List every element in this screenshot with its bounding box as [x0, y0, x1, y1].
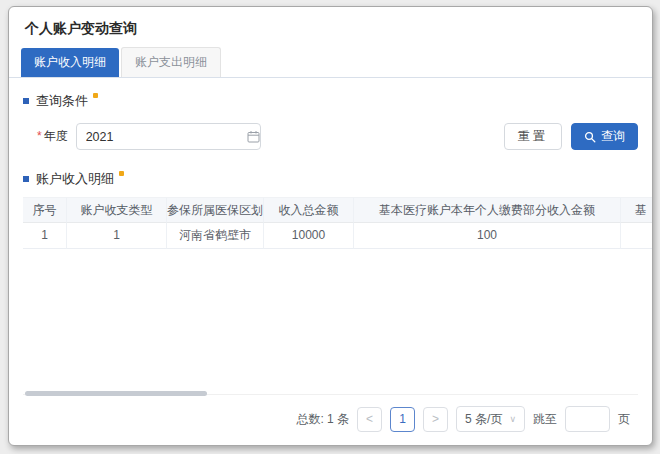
chevron-left-icon: < [366, 412, 373, 426]
pagination-bar: 总数: 1 条 < 1 > 5 条/页 ∨ 跳至 页 [23, 398, 652, 445]
cell-truncated [621, 223, 652, 249]
horizontal-scrollbar [23, 388, 638, 398]
column-header-insured-region: 参保所属医保区划 [167, 197, 264, 223]
page-unit-label: 页 [618, 411, 630, 428]
table-empty-area [23, 249, 652, 388]
tab-content: 查询条件 *年度 重置 [9, 78, 652, 445]
calendar-icon[interactable] [247, 130, 260, 143]
column-header-personal-contribution: 基本医疗账户本年个人缴费部分收入金额 [354, 197, 621, 223]
income-detail-table: 序号 账户收支类型 参保所属医保区划 收入总金额 基本医疗账户本年个人缴费部分收… [23, 197, 652, 249]
reset-button[interactable]: 重置 [504, 123, 562, 150]
section-marker-icon [23, 176, 29, 182]
total-count-text: 总数: 1 条 [296, 411, 349, 428]
income-detail-section-title: 账户收入明细 [36, 170, 114, 188]
tab-bar: 账户收入明细 账户支出明细 [9, 47, 652, 78]
column-header-account-type: 账户收支类型 [67, 197, 167, 223]
section-flag-icon [119, 171, 124, 176]
table-row: 1 1 河南省鹤壁市 10000 100 [23, 223, 652, 249]
tab-account-income[interactable]: 账户收入明细 [21, 48, 119, 77]
page-size-select[interactable]: 5 条/页 ∨ [456, 406, 525, 432]
page-number-button[interactable]: 1 [390, 407, 415, 432]
required-mark: * [37, 129, 42, 143]
jump-to-label: 跳至 [533, 411, 557, 428]
year-input[interactable] [86, 130, 247, 144]
next-page-button[interactable]: > [423, 407, 448, 432]
cell-personal-contribution: 100 [354, 223, 621, 249]
cell-account-type: 1 [67, 223, 167, 249]
cell-seq: 1 [23, 223, 67, 249]
column-header-seq: 序号 [23, 197, 67, 223]
tab-account-expense[interactable]: 账户支出明细 [121, 47, 221, 77]
main-panel: 个人账户变动查询 账户收入明细 账户支出明细 查询条件 *年度 [8, 6, 653, 446]
column-header-total-income: 收入总金额 [264, 197, 354, 223]
search-button-label: 查询 [601, 128, 625, 145]
query-form-row: *年度 重置 查询 [37, 123, 638, 150]
page-title: 个人账户变动查询 [9, 7, 652, 47]
chevron-right-icon: > [432, 412, 439, 426]
cell-insured-region: 河南省鹤壁市 [167, 223, 264, 249]
query-section-header: 查询条件 [23, 92, 652, 110]
section-marker-icon [23, 98, 29, 104]
query-section-title: 查询条件 [36, 92, 88, 110]
scrollbar-thumb[interactable] [25, 391, 207, 396]
table-header-row: 序号 账户收支类型 参保所属医保区划 收入总金额 基本医疗账户本年个人缴费部分收… [23, 197, 652, 223]
page-size-label: 5 条/页 [465, 411, 502, 428]
jump-page-input[interactable] [565, 406, 610, 432]
search-icon [584, 131, 596, 143]
search-button[interactable]: 查询 [571, 123, 638, 150]
prev-page-button[interactable]: < [357, 407, 382, 432]
income-detail-section-header: 账户收入明细 [23, 170, 652, 188]
column-header-truncated: 基 [621, 197, 652, 223]
section-flag-icon [93, 93, 98, 98]
cell-total-income: 10000 [264, 223, 354, 249]
year-date-input[interactable] [76, 123, 261, 150]
year-field-label: *年度 [37, 128, 68, 145]
chevron-down-icon: ∨ [509, 414, 516, 424]
